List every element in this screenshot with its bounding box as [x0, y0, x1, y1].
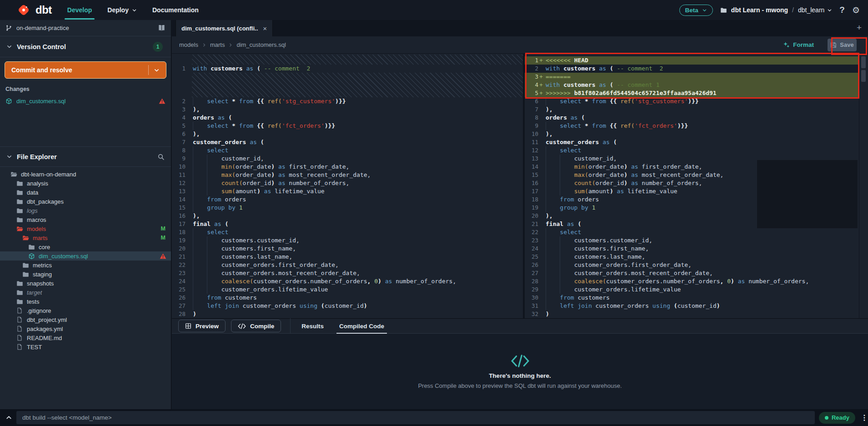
tree-item-README.md[interactable]: README.md: [0, 333, 171, 342]
code-line-16[interactable]: 16),: [172, 212, 523, 220]
code-line-8[interactable]: 8orders as (: [525, 114, 859, 122]
code-line-3[interactable]: 3+=======: [525, 73, 859, 81]
code-line-27[interactable]: 27customer_orders.most_recent_order_date…: [525, 269, 859, 277]
tab-results[interactable]: Results: [300, 319, 326, 333]
code-line-1[interactable]: 1+<<<<<<< HEAD: [525, 56, 859, 65]
code-line-27[interactable]: 27left join customer_orders using (custo…: [172, 302, 523, 310]
format-button[interactable]: Format: [783, 41, 814, 48]
code-line-11[interactable]: 11customer_orders as (: [525, 138, 859, 146]
code-line-14[interactable]: 14from orders: [172, 195, 523, 204]
code-line-26[interactable]: 26customer_orders.first_order_date,: [525, 261, 859, 269]
code-line-28[interactable]: 28coalesce(customer_orders.number_of_ord…: [525, 277, 859, 286]
code-line-15[interactable]: 15group by 1: [172, 204, 523, 212]
tree-item-staging[interactable]: staging: [0, 270, 171, 279]
code-line-18[interactable]: 18select: [172, 228, 523, 236]
changed-file-row[interactable]: dim_customers.sql: [0, 95, 171, 107]
code-line-10[interactable]: 10min(order_date) as first_order_date,: [172, 163, 523, 171]
kebab-menu-icon[interactable]: ⋮: [861, 413, 868, 422]
new-tab-icon[interactable]: +: [857, 23, 862, 33]
code-line-4[interactable]: 4+with customers as ( -- comment 1: [525, 81, 859, 89]
code-line-9[interactable]: 9customer_id,: [172, 155, 523, 163]
code-line-23[interactable]: 23customer_orders.most_recent_order_date…: [172, 269, 523, 277]
tree-item-dbt_project.yml[interactable]: dbt_project.yml: [0, 315, 171, 324]
tree-item-dim_customers.sql[interactable]: dim_customers.sql: [0, 251, 171, 261]
breadcrumb-models[interactable]: models: [179, 41, 198, 48]
tree-item-packages.yml[interactable]: packages.yml: [0, 324, 171, 333]
tree-item-logs[interactable]: logs: [0, 206, 171, 215]
code-line-3[interactable]: 3),: [172, 105, 523, 114]
tree-item-target[interactable]: target: [0, 288, 171, 297]
code-line-6[interactable]: 6select * from {{ ref('stg_customers')}}: [525, 97, 859, 105]
editor-tab-dim-customers[interactable]: dim_customers.sql (confli... ×: [176, 20, 273, 36]
code-line-8[interactable]: 8select: [172, 146, 523, 155]
code-line-19[interactable]: 19customers.customer_id,: [172, 236, 523, 245]
breadcrumb-file[interactable]: dim_customers.sql: [236, 41, 286, 48]
nav-documentation[interactable]: Documentation: [152, 6, 199, 14]
code-line-5[interactable]: 5select * from {{ ref('fct_orders')}}: [172, 122, 523, 130]
tree-item-analysis[interactable]: analysis: [0, 179, 171, 188]
code-line-17[interactable]: 17final as (: [172, 220, 523, 228]
command-input[interactable]: [16, 411, 815, 424]
tree-item-tests[interactable]: tests: [0, 297, 171, 306]
scrollbar-rail[interactable]: [859, 54, 868, 318]
code-line-22[interactable]: 22select: [525, 228, 859, 236]
code-line-2[interactable]: 2select * from {{ ref('stg_customers')}}: [172, 97, 523, 105]
code-line-30[interactable]: 30from customers: [525, 294, 859, 302]
help-icon[interactable]: ?: [839, 5, 845, 15]
tree-item-TEST[interactable]: TEST: [0, 342, 171, 351]
save-button[interactable]: Save: [828, 39, 857, 51]
code-line-24[interactable]: 24customers.first_name,: [525, 245, 859, 253]
code-line-12[interactable]: 12count(order_id) as number_of_orders,: [172, 179, 523, 187]
commit-and-resolve-button[interactable]: Commit and resolve: [5, 61, 166, 79]
left-code-pane[interactable]: 1with customers as ( -- comment 22select…: [172, 54, 523, 318]
code-line-9[interactable]: 9select * from {{ ref('fct_orders')}}: [525, 122, 859, 130]
code-line-13[interactable]: 13sum(amount) as lifetime_value: [172, 187, 523, 195]
dbt-logo-icon[interactable]: [16, 3, 31, 17]
preview-button[interactable]: Preview: [178, 320, 226, 332]
git-branch-row[interactable]: on-demand-practice: [0, 20, 171, 36]
code-line-11[interactable]: 11max(order_date) as most_recent_order_d…: [172, 171, 523, 179]
breadcrumb-marts[interactable]: marts: [210, 41, 225, 48]
tree-item-dbt-learn-on-demand[interactable]: dbt-learn-on-demand: [0, 170, 171, 179]
code-line-20[interactable]: 20customers.first_name,: [172, 245, 523, 253]
code-line-10[interactable]: 10),: [525, 130, 859, 138]
code-line-2[interactable]: 2with customers as ( -- comment 2: [525, 65, 859, 73]
file-explorer-header[interactable]: File Explorer: [0, 146, 171, 167]
chevron-up-icon[interactable]: [5, 414, 12, 421]
tree-item-metrics[interactable]: metrics: [0, 261, 171, 270]
beta-dropdown[interactable]: Beta: [679, 5, 713, 16]
tab-compiled-code[interactable]: Compiled Code: [337, 319, 386, 333]
code-line-7[interactable]: 7),: [525, 105, 859, 114]
version-control-header[interactable]: Version Control 1: [0, 36, 171, 57]
code-line-23[interactable]: 23customers.customer_id,: [525, 236, 859, 245]
chevron-down-icon[interactable]: [154, 67, 160, 73]
docs-book-icon[interactable]: [158, 24, 166, 32]
tree-item-macros[interactable]: macros: [0, 215, 171, 224]
code-line-26[interactable]: 26from customers: [172, 294, 523, 302]
nav-deploy[interactable]: Deploy: [107, 6, 137, 14]
code-line-22[interactable]: 22customer_orders.first_order_date,: [172, 261, 523, 269]
tree-item-data[interactable]: data: [0, 188, 171, 197]
code-line-5[interactable]: 5+>>>>>>> b81f802a66fd544504c65721e3ffaa…: [525, 89, 859, 97]
code-line-6[interactable]: 6),: [172, 130, 523, 138]
code-line-21[interactable]: 21customers.last_name,: [172, 253, 523, 261]
compile-button[interactable]: Compile: [231, 320, 281, 332]
code-line-31[interactable]: 31left join customer_orders using (custo…: [525, 302, 859, 310]
tree-item-.gitignore[interactable]: .gitignore: [0, 306, 171, 315]
code-line-25[interactable]: 25customers.last_name,: [525, 253, 859, 261]
code-line-12[interactable]: 12select: [525, 146, 859, 155]
tree-item-core[interactable]: core: [0, 242, 171, 251]
settings-gear-icon[interactable]: ⚙: [852, 5, 860, 15]
code-line-25[interactable]: 25customer_orders.lifetime_value: [172, 286, 523, 294]
tree-item-dbt_packages[interactable]: dbt_packages: [0, 197, 171, 206]
code-line-1[interactable]: 1with customers as ( -- comment 2: [172, 65, 523, 73]
close-tab-icon[interactable]: ×: [263, 25, 267, 32]
code-line-32[interactable]: 32): [525, 310, 859, 318]
code-line-28[interactable]: 28): [172, 310, 523, 318]
code-line-29[interactable]: 29customer_orders.lifetime_value: [525, 286, 859, 294]
account-switcher[interactable]: dbt Learn - mwong / dbt_learn: [720, 6, 833, 14]
code-line-24[interactable]: 24coalesce(customer_orders.number_of_ord…: [172, 277, 523, 286]
tree-item-models[interactable]: modelsM: [0, 224, 171, 233]
nav-develop[interactable]: Develop: [67, 6, 92, 14]
tree-item-snapshots[interactable]: snapshots: [0, 279, 171, 288]
